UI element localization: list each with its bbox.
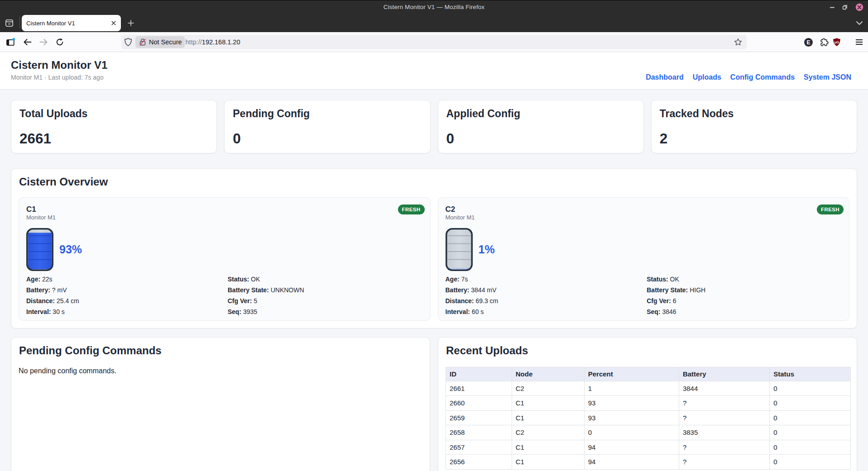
svg-text:uO: uO — [834, 40, 839, 44]
svg-text:E: E — [806, 39, 810, 46]
